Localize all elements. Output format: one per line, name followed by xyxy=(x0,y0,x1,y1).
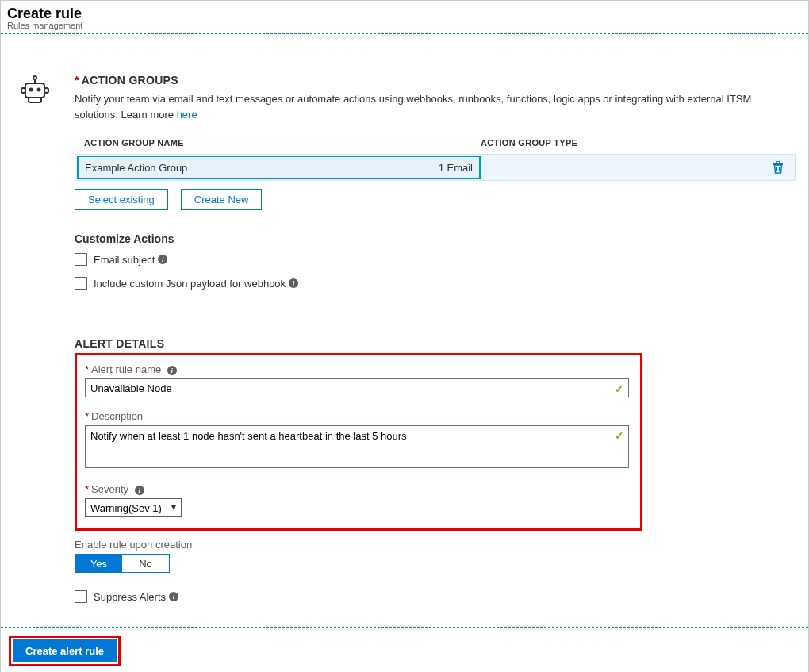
svg-rect-5 xyxy=(21,88,25,93)
create-alert-rule-button[interactable]: Create alert rule xyxy=(13,639,117,662)
check-icon: ✓ xyxy=(615,429,624,442)
svg-rect-6 xyxy=(44,88,48,93)
alert-details-title: ALERT DETAILS xyxy=(75,337,796,350)
email-subject-label: Email subject xyxy=(94,254,155,266)
enable-toggle: Yes No xyxy=(75,554,170,573)
toggle-no[interactable]: No xyxy=(122,555,169,572)
info-icon[interactable]: i xyxy=(135,486,144,495)
info-icon[interactable]: i xyxy=(158,255,167,264)
action-groups-title: *ACTION GROUPS xyxy=(75,74,796,86)
col-action-group-type: ACTION GROUP TYPE xyxy=(481,138,577,148)
customize-actions-title: Customize Actions xyxy=(75,232,796,245)
suppress-alerts-checkbox[interactable] xyxy=(75,590,87,603)
alert-details-highlight: *Alert rule name i ✓ *Description Notify… xyxy=(75,353,642,531)
action-group-type-value: 1 Email xyxy=(439,162,473,174)
delete-icon[interactable] xyxy=(773,161,784,174)
alert-rule-name-label: *Alert rule name i xyxy=(85,363,629,375)
info-icon[interactable]: i xyxy=(289,278,298,288)
json-payload-checkbox[interactable] xyxy=(75,277,87,290)
toggle-yes[interactable]: Yes xyxy=(75,555,122,572)
action-group-name-value: Example Action Group xyxy=(85,162,187,174)
page-title: Create rule xyxy=(7,6,802,22)
description-input[interactable]: Notify when at least 1 node hasn't sent … xyxy=(85,425,629,468)
create-button-highlight: Create alert rule xyxy=(9,636,121,666)
email-subject-checkbox[interactable] xyxy=(75,253,87,266)
action-group-row[interactable]: Example Action Group 1 Email xyxy=(75,154,796,181)
suppress-alerts-label: Suppress Alerts xyxy=(94,591,166,603)
svg-point-0 xyxy=(33,76,36,79)
col-action-group-name: ACTION GROUP NAME xyxy=(84,138,187,148)
action-group-cell[interactable]: Example Action Group 1 Email xyxy=(77,156,481,179)
json-payload-label: Include custom Json payload for webhook xyxy=(94,278,286,290)
svg-point-4 xyxy=(37,88,41,92)
select-existing-button[interactable]: Select existing xyxy=(75,189,168,210)
create-new-button[interactable]: Create New xyxy=(181,189,263,210)
check-icon: ✓ xyxy=(615,382,624,395)
svg-rect-2 xyxy=(25,83,44,98)
svg-rect-7 xyxy=(29,98,41,102)
description-label: *Description xyxy=(85,410,629,422)
enable-rule-label: Enable rule upon creation xyxy=(75,539,796,551)
alert-rule-name-input[interactable] xyxy=(85,378,629,397)
info-icon[interactable]: i xyxy=(167,366,177,375)
robot-icon xyxy=(19,74,63,108)
action-group-table-header: ACTION GROUP NAME ACTION GROUP TYPE xyxy=(75,138,796,148)
footer: Create alert rule xyxy=(1,627,808,672)
page-subtitle: Rules management xyxy=(7,21,802,30)
svg-point-3 xyxy=(29,88,33,92)
action-groups-description: Notify your team via email and text mess… xyxy=(75,91,796,122)
severity-label: *Severity i xyxy=(85,483,629,495)
page-header: Create rule Rules management xyxy=(1,1,808,34)
learn-more-link[interactable]: here xyxy=(177,109,197,121)
info-icon[interactable]: i xyxy=(169,592,178,601)
required-star: * xyxy=(75,74,79,86)
svg-rect-9 xyxy=(776,161,780,163)
severity-select[interactable]: Warning(Sev 1) xyxy=(85,498,182,517)
